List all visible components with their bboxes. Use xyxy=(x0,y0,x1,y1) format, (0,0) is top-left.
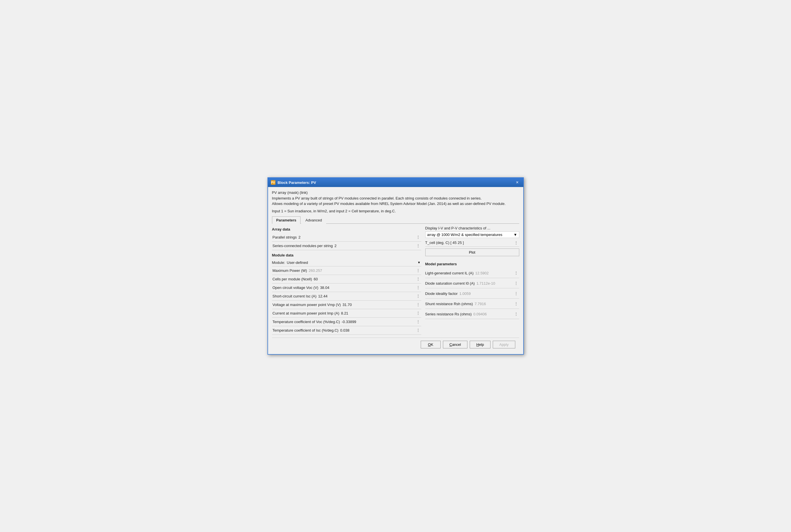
ideality-label: Diode ideality factor xyxy=(425,291,458,296)
module-data-title: Module data xyxy=(272,253,421,257)
temp-coeff-voc-value: -0.33899 xyxy=(342,320,415,324)
cells-per-module-label: Cells per module (Ncell) xyxy=(273,277,312,281)
vmp-dots[interactable]: ⋮ xyxy=(415,302,421,307)
imp-label: Current at maximum power point Imp (A) xyxy=(273,311,339,316)
cells-per-module-row: Cells per module (Ncell) 60 ⋮ xyxy=(272,275,421,284)
parallel-strings-value: 2 xyxy=(298,235,415,240)
parallel-strings-row: Parallel strings 2 ⋮ xyxy=(272,233,421,242)
module-label: Module: xyxy=(272,261,285,265)
help-button[interactable]: Help xyxy=(470,341,491,348)
rsh-value: 7.7916 xyxy=(475,302,513,306)
cancel-label: Cancel xyxy=(449,342,461,347)
display-section: Display I-V and P-V characteristics of .… xyxy=(425,226,519,259)
temp-coeff-isc-dots[interactable]: ⋮ xyxy=(415,328,421,332)
display-select-value: array @ 1000 W/m2 & specified temperatur… xyxy=(427,232,514,237)
help-label: Help xyxy=(476,342,484,347)
temp-coeff-isc-value: 0.038 xyxy=(340,328,415,332)
title-bar: PV Block Parameters: PV × xyxy=(268,178,523,187)
series-modules-label: Series-connected modules per string xyxy=(273,244,333,248)
max-power-row: Maximum Power (W) 260.257 ⋮ xyxy=(272,266,421,275)
plot-button[interactable]: Plot xyxy=(425,248,519,256)
main-content: Array data Parallel strings 2 ⋮ Series-c… xyxy=(272,226,519,335)
module-value: User-defined xyxy=(287,261,421,265)
voc-label: Open circuit voltage Voc (V) xyxy=(273,285,318,290)
temp-coeff-isc-label: Temperature coefficient of Isc (%/deg.C) xyxy=(273,328,339,332)
il-row: Light-generated current IL (A) 12.5902 ⋮ xyxy=(425,268,519,278)
parallel-strings-dots[interactable]: ⋮ xyxy=(415,235,421,240)
voc-row: Open circuit voltage Voc (V) 38.04 ⋮ xyxy=(272,284,421,292)
series-modules-dots[interactable]: ⋮ xyxy=(415,243,421,248)
ideality-value: 1.0059 xyxy=(459,291,513,296)
tcell-row: T_cell (deg. C) [ 45 25 ] ⋮ xyxy=(425,239,519,247)
ideality-dots[interactable]: ⋮ xyxy=(513,291,519,296)
title-bar-left: PV Block Parameters: PV xyxy=(271,180,316,185)
il-label: Light-generated current IL (A) xyxy=(425,271,474,275)
il-dots[interactable]: ⋮ xyxy=(513,271,519,275)
array-data-title: Array data xyxy=(272,227,421,231)
input-description: Input 1 = Sun irradiance, in W/m2, and i… xyxy=(272,209,519,213)
module-params-list: Maximum Power (W) 260.257 ⋮ Cells per mo… xyxy=(272,266,421,335)
cells-per-module-dots[interactable]: ⋮ xyxy=(415,277,421,281)
imp-row: Current at maximum power point Imp (A) 8… xyxy=(272,309,421,318)
rs-row: Series resistance Rs (ohms) 0.09406 ⋮ xyxy=(425,309,519,319)
max-power-label: Maximum Power (W) xyxy=(273,268,307,273)
tab-parameters[interactable]: Parameters xyxy=(272,216,301,224)
isc-value: 12.44 xyxy=(318,294,415,298)
voc-value: 38.04 xyxy=(320,285,415,290)
close-button[interactable]: × xyxy=(514,179,520,185)
vmp-value: 31.70 xyxy=(343,303,415,307)
model-params-section: Model parameters Light-generated current… xyxy=(425,262,519,319)
ideality-row: Diode ideality factor 1.0059 ⋮ xyxy=(425,288,519,299)
i0-label: Diode saturation current I0 (A) xyxy=(425,281,475,285)
array-data-section: Array data Parallel strings 2 ⋮ Series-c… xyxy=(272,227,421,250)
left-panel: Array data Parallel strings 2 ⋮ Series-c… xyxy=(272,226,421,335)
voc-dots[interactable]: ⋮ xyxy=(415,285,421,290)
rs-value: 0.09406 xyxy=(473,312,513,316)
module-type-row: Module: User-defined ▼ xyxy=(272,259,421,266)
ok-button[interactable]: OK xyxy=(421,341,441,348)
il-value: 12.5902 xyxy=(475,271,513,275)
display-dropdown-arrow[interactable]: ▼ xyxy=(514,232,517,237)
i0-dots[interactable]: ⋮ xyxy=(513,281,519,285)
rsh-label: Shunt resistance Rsh (ohms) xyxy=(425,302,473,306)
rs-dots[interactable]: ⋮ xyxy=(513,312,519,316)
model-params-title: Model parameters xyxy=(425,262,519,266)
i0-row: Diode saturation current I0 (A) 1.7112e-… xyxy=(425,278,519,288)
tcell-dots[interactable]: ⋮ xyxy=(513,241,519,245)
description-line3: Allows modeling of a variety of preset P… xyxy=(272,201,519,207)
module-select-wrapper: User-defined ▼ xyxy=(287,261,421,265)
description-section: PV array (mask) (link) Implements a PV a… xyxy=(272,190,519,207)
ok-label: OK xyxy=(428,342,433,347)
dialog-body: PV array (mask) (link) Implements a PV a… xyxy=(268,187,523,354)
i0-value: 1.7112e-10 xyxy=(477,281,513,285)
series-modules-value: 2 xyxy=(334,244,415,248)
display-select-row[interactable]: array @ 1000 W/m2 & specified temperatur… xyxy=(425,231,519,238)
temp-coeff-voc-row: Temperature coefficient of Voc (%/deg.C)… xyxy=(272,318,421,326)
right-panel: Display I-V and P-V characteristics of .… xyxy=(425,226,519,335)
vmp-label: Voltage at maximum power point Vmp (V) xyxy=(273,303,341,307)
max-power-value: 260.257 xyxy=(309,268,415,273)
description-line2: Implements a PV array built of strings o… xyxy=(272,195,519,201)
parallel-strings-label: Parallel strings xyxy=(273,235,297,240)
imp-value: 8.21 xyxy=(341,311,415,316)
rs-label: Series resistance Rs (ohms) xyxy=(425,312,472,316)
temp-coeff-voc-label: Temperature coefficient of Voc (%/deg.C) xyxy=(273,320,340,324)
bottom-bar: OK Cancel Help Apply xyxy=(272,338,519,351)
apply-button[interactable]: Apply xyxy=(493,341,515,348)
cells-per-module-value: 60 xyxy=(314,277,415,281)
tab-advanced[interactable]: Advanced xyxy=(301,216,326,224)
isc-dots[interactable]: ⋮ xyxy=(415,294,421,298)
block-parameters-dialog: PV Block Parameters: PV × PV array (mask… xyxy=(268,177,524,355)
cancel-button[interactable]: Cancel xyxy=(443,341,467,348)
isc-row: Short-circuit current Isc (A) 12.44 ⋮ xyxy=(272,292,421,301)
temp-coeff-isc-row: Temperature coefficient of Isc (%/deg.C)… xyxy=(272,326,421,335)
vmp-row: Voltage at maximum power point Vmp (V) 3… xyxy=(272,301,421,309)
tab-bar: Parameters Advanced xyxy=(272,216,519,224)
display-label: Display I-V and P-V characteristics of .… xyxy=(425,226,519,230)
rsh-row: Shunt resistance Rsh (ohms) 7.7916 ⋮ xyxy=(425,299,519,309)
max-power-dots[interactable]: ⋮ xyxy=(415,268,421,273)
temp-coeff-voc-dots[interactable]: ⋮ xyxy=(415,319,421,324)
imp-dots[interactable]: ⋮ xyxy=(415,311,421,316)
dialog-title: Block Parameters: PV xyxy=(278,180,316,185)
rsh-dots[interactable]: ⋮ xyxy=(513,301,519,306)
